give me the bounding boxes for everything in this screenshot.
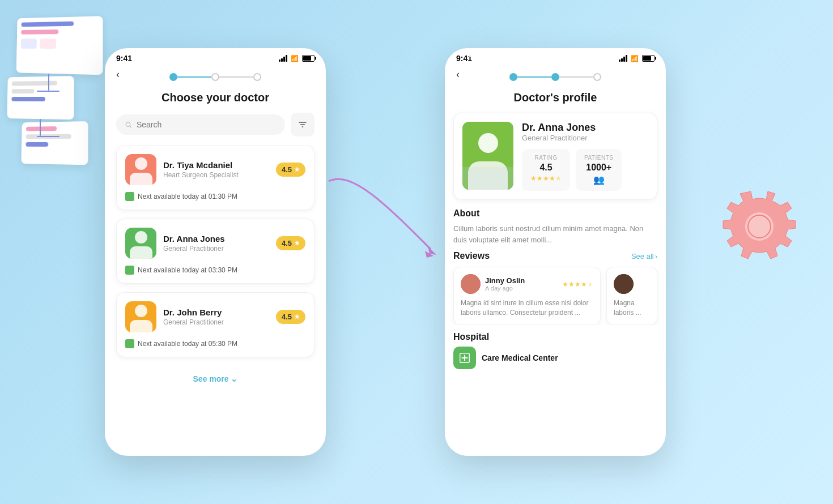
calendar-icon-3 [125,339,134,348]
doctor-card-3[interactable]: Dr. John Berry General Practitioner 4.5 … [116,292,314,357]
review-text-2: Magna laboris ... [614,298,650,318]
rating-badge-2: 4.5 ★ [276,236,305,250]
profile-doctor-name: Dr. Anna Jones [522,122,648,134]
stepper-left [169,73,261,81]
doctor-list: Dr. Tiya Mcdaniel Heart Surgeon Speciali… [105,145,326,366]
step-line-2-left [219,76,253,78]
doctor-card-1[interactable]: Dr. Tiya Mcdaniel Heart Surgeon Speciali… [116,145,314,210]
about-title: About [453,208,657,219]
available-time-3: Next available today at 05:30 PM [125,339,305,348]
star-icon-1: ★ [294,166,300,173]
profile-avatar [462,122,513,190]
star-icon-2: ★ [294,240,300,247]
signal-icon [279,55,287,62]
battery-icon-right [642,55,654,62]
doctor-info-2: Dr. Anna Jones General Practitioner [125,228,225,259]
review-text-1: Magna id sint irure in cillum esse nisi … [461,298,593,318]
back-button-left[interactable]: ‹ [116,69,120,80]
see-all-link[interactable]: See all › [631,252,657,260]
patients-label: PATIENTS [584,155,613,161]
rating-value: 4.5 [530,163,562,173]
reviewer-info-1: Jinny Oslin A day ago [461,274,525,294]
svg-point-3 [743,211,775,242]
battery-icon [302,55,314,62]
doctor-specialty-3: General Practitioner [163,318,224,326]
profile-card: Dr. Anna Jones General Practitioner RATI… [453,113,657,200]
doctor-avatar-3 [125,301,156,332]
step-line-2-right [559,76,593,78]
step-1-right [509,73,517,81]
search-input[interactable] [137,120,277,129]
doctor-name-1: Dr. Tiya Mcdaniel [163,160,239,170]
back-button-right[interactable]: ‹ [456,69,460,80]
doctor-avatar-1 [125,154,156,185]
rating-badge-1: 4.5 ★ [276,163,305,177]
status-icons-left: 📶 [279,55,314,62]
available-time-2: Next available today at 03:30 PM [125,266,305,275]
filter-button[interactable] [291,113,314,136]
rating-label: RATING [530,155,562,161]
status-bar-right: 9:41 📶 [445,48,666,63]
step-2-right [551,73,559,81]
rating-badge-3: 4.5 ★ [276,310,305,324]
status-bar-left: 9:41 📶 [105,48,326,63]
time-left: 9:41 [116,54,132,63]
patients-icon: 👥 [584,174,613,185]
review-stars-1: ★★★★★ [562,280,593,288]
calendar-icon-1 [125,192,134,201]
doctor-card-2[interactable]: Dr. Anna Jones General Practitioner 4.5 … [116,219,314,284]
filter-icon [298,120,307,129]
signal-icon-right [619,55,627,62]
profile-doctor-specialty: General Practitioner [522,134,648,142]
gear-decoration [703,170,816,283]
hospital-icon [453,347,476,369]
doctor-name-3: Dr. John Berry [163,307,224,317]
search-icon [125,121,132,129]
doctor-avatar-2 [125,228,156,259]
decorative-wireframes [3,3,116,184]
wireframe-card-1 [16,16,103,75]
wifi-icon: 📶 [291,55,299,62]
status-icons-right: 📶 [619,55,654,62]
svg-point-4 [745,212,774,241]
doctor-name-2: Dr. Anna Jones [163,234,225,244]
step-2-left [211,73,219,81]
doctor-info-1: Dr. Tiya Mcdaniel Heart Surgeon Speciali… [125,154,239,185]
stepper-right [509,73,601,81]
step-3-left [253,73,261,81]
step-line-1-right [517,76,551,78]
phone-left: 9:41 📶 ‹ Choose your doctor [105,48,326,456]
hospital-name: Care Medical Center [482,353,558,362]
search-input-wrapper[interactable] [116,114,285,135]
connector-line-3 [37,91,60,92]
doctor-specialty-1: Heart Surgeon Specialist [163,171,239,179]
doctor-specialty-2: General Practitioner [163,245,225,253]
see-more-button[interactable]: See more ⌄ [105,366,326,392]
svg-marker-1 [428,246,436,255]
reviews-title: Reviews [453,251,490,261]
patients-stat-box: PATIENTS 1000+ 👥 [576,149,622,191]
phone-right: 9:41 📶 ‹ Doctor's profile [445,48,666,456]
patients-value: 1000+ [584,163,613,173]
svg-point-5 [748,215,771,238]
screen-title-right: Doctor's profile [456,91,654,104]
step-3-right [593,73,601,81]
reviews-header: Reviews See all › [453,251,657,261]
available-time-1: Next available today at 01:30 PM [125,192,305,201]
step-1-left [169,73,177,81]
connector-line-2 [40,119,41,136]
wireframe-card-3 [21,121,88,165]
screen-title-left: Choose your doctor [116,91,314,104]
doctor-info-3: Dr. John Berry General Practitioner [125,301,224,332]
wifi-icon-right: 📶 [631,55,639,62]
reviewer-avatar-2 [614,274,634,294]
review-date-1: A day ago [485,285,525,292]
profile-stats: RATING 4.5 ★★★★★ PATIENTS 1000+ 👥 [522,149,648,191]
connector-line-1 [48,74,49,91]
rating-stat-box: RATING 4.5 ★★★★★ [522,149,570,191]
calendar-icon-2 [125,266,134,275]
rating-stars: ★★★★★ [530,174,562,182]
star-icon-3: ★ [294,313,300,321]
step-line-1-left [177,76,211,78]
hospital-title: Hospital [453,332,657,342]
